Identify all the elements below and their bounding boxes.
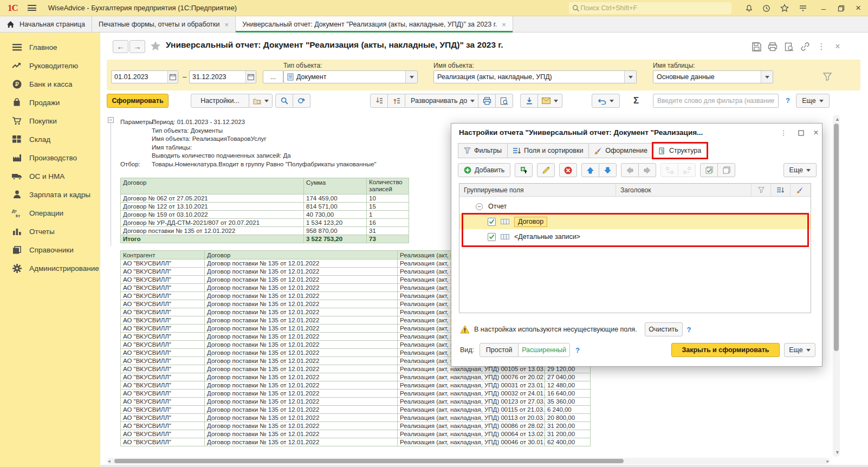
expand-groups-icon[interactable] — [387, 94, 405, 108]
sidebar-item-operations[interactable]: ДтКт Операции — [0, 204, 100, 222]
sidebar-item-bank[interactable]: Р Банк и касса — [0, 75, 100, 93]
service-menu-icon[interactable] — [796, 2, 809, 15]
tree-root-row[interactable]: − Отчет — [459, 199, 811, 214]
print-icon[interactable] — [766, 40, 780, 53]
checkbox-checked-icon[interactable] — [488, 233, 496, 241]
table-row[interactable]: Договор поставки № 135 от 12.01.2022 958… — [121, 227, 409, 235]
vertical-scrollbar[interactable]: ▲ ▼ — [833, 115, 840, 457]
date-to-field[interactable] — [189, 70, 256, 83]
sidebar-item-sales[interactable]: Продажи — [0, 93, 100, 112]
main-menu-icon[interactable] — [28, 5, 36, 11]
add-button[interactable]: Добавить — [458, 163, 510, 177]
tab-fields-sorting[interactable]: Поля и сортировки — [507, 143, 589, 158]
group-icon[interactable] — [660, 163, 678, 177]
more-menu-icon[interactable]: ⋮ — [814, 40, 828, 53]
more-button[interactable]: Еще — [796, 94, 830, 108]
tree-row-detail-records[interactable]: <Детальные записи> — [459, 229, 811, 244]
table-row[interactable]: Договор № 159 от 03.10.2022 40 730,00 1 — [121, 211, 409, 219]
horizontal-scrollbar[interactable]: ◂ ▸ — [107, 458, 830, 464]
move-right-icon[interactable] — [638, 163, 656, 177]
send-email-icon[interactable] — [537, 94, 562, 108]
collapse-group-icon[interactable]: − — [108, 117, 114, 123]
calendar-icon[interactable] — [245, 71, 256, 83]
table-row[interactable]: АО "ВКУСВИЛЛ" Договор поставки № 135 от … — [121, 414, 591, 422]
table-row[interactable]: АО "ВКУСВИЛЛ" Договор поставки № 135 от … — [121, 390, 591, 398]
close-tab-icon[interactable]: × — [502, 21, 506, 29]
fields-column-icon[interactable] — [771, 184, 791, 196]
save-icon[interactable] — [749, 40, 763, 53]
edit-pencil-icon[interactable] — [537, 163, 555, 177]
dialog-more-button[interactable]: Еще — [784, 343, 815, 357]
dialog-close-icon[interactable]: × — [809, 127, 823, 139]
check-all-icon[interactable] — [700, 163, 718, 177]
sidebar-item-administration[interactable]: Администрирование — [0, 259, 100, 277]
print-report-icon[interactable] — [478, 94, 496, 108]
period-more-button[interactable]: ... — [263, 70, 283, 83]
move-left-icon[interactable] — [621, 163, 639, 177]
expand-to-button[interactable]: Разворачивать до — [405, 94, 481, 108]
table-row[interactable]: АО "ВКУСВИЛЛ" Договор поставки № 135 от … — [121, 438, 591, 446]
dialog-maximize-icon[interactable] — [794, 127, 808, 139]
tree-item-label[interactable]: Договор — [514, 217, 547, 227]
quick-filter-field[interactable] — [653, 94, 779, 108]
back-button[interactable]: ← — [113, 40, 128, 53]
tab-structure[interactable]: Структура — [653, 143, 707, 158]
table-row[interactable]: Договор № 122 от 13.10.2021 814 571,00 1… — [121, 203, 409, 211]
collapse-groups-icon[interactable] — [370, 94, 388, 108]
forward-button[interactable]: → — [129, 40, 145, 53]
search-in-report-icon[interactable] — [275, 94, 293, 108]
chevron-down-icon[interactable] — [624, 71, 636, 83]
tab-appearance[interactable]: Оформление — [588, 143, 653, 158]
table-row[interactable]: АО "ВКУСВИЛЛ" Договор поставки № 135 от … — [121, 422, 591, 430]
sidebar-item-reports[interactable]: Отчеты — [0, 222, 100, 241]
grouping-fields-header[interactable]: Группируемые поля — [459, 184, 616, 196]
table-row[interactable]: Договор № 062 от 27.05.2021 174 459,00 1… — [121, 194, 409, 203]
ungroup-icon[interactable] — [678, 163, 696, 177]
chevron-down-icon[interactable] — [761, 71, 773, 83]
collapse-node-icon[interactable]: − — [476, 203, 483, 210]
calendar-icon[interactable] — [167, 71, 178, 83]
tab-print-forms[interactable]: Печатные формы, отчеты и обработки × — [92, 16, 236, 33]
reset-search-icon[interactable] — [293, 94, 310, 108]
sidebar-item-directories[interactable]: Справочники — [0, 241, 100, 259]
move-down-icon[interactable] — [599, 163, 617, 177]
global-search[interactable] — [569, 2, 731, 14]
chevron-down-icon[interactable] — [405, 71, 417, 83]
add-nested-icon[interactable] — [515, 163, 533, 177]
sidebar-item-main[interactable]: Главное — [0, 38, 100, 56]
view-simple-button[interactable]: Простой — [480, 343, 519, 357]
history-icon[interactable] — [760, 2, 773, 15]
settings-button[interactable]: Настройки... — [191, 94, 249, 108]
structure-more-button[interactable]: Еще — [783, 163, 817, 177]
sidebar-item-production[interactable]: Производство — [0, 148, 100, 167]
checkbox-checked-icon[interactable] — [488, 218, 496, 226]
table-row[interactable]: АО "ВКУСВИЛЛ" Договор поставки № 135 от … — [121, 398, 591, 406]
close-tab-icon[interactable]: × — [225, 21, 229, 29]
report-variants-icon[interactable] — [249, 94, 273, 108]
tab-filters[interactable]: Фильтры — [458, 143, 508, 158]
tab-universal-report[interactable]: Универсальный отчет: Документ "Реализаци… — [236, 16, 513, 33]
close-window-icon[interactable]: × — [852, 2, 865, 15]
undo-changes-icon[interactable] — [592, 94, 620, 108]
notifications-bell-icon[interactable] — [742, 2, 755, 15]
table-row[interactable]: АО "ВКУСВИЛЛ" Договор поставки № 135 от … — [121, 381, 591, 390]
sidebar-item-manager[interactable]: Руководителю — [0, 56, 100, 75]
sidebar-item-warehouse[interactable]: Склад — [0, 130, 100, 148]
favorite-star-icon[interactable] — [150, 40, 161, 54]
title-header[interactable]: Заголовок — [616, 184, 752, 196]
save-report-icon[interactable] — [520, 94, 538, 108]
generate-button[interactable]: Сформировать — [107, 94, 169, 108]
sidebar-item-purchases[interactable]: Покупки — [0, 112, 100, 130]
clear-button[interactable]: Очистить — [645, 322, 683, 336]
vertical-scrollbar-thumb[interactable] — [834, 124, 839, 351]
move-up-icon[interactable] — [581, 163, 599, 177]
close-report-icon[interactable]: × — [831, 40, 845, 53]
table-row[interactable]: АО "ВКУСВИЛЛ" Договор поставки № 135 от … — [121, 406, 591, 414]
horizontal-scrollbar-thumb[interactable] — [114, 459, 624, 463]
funnel-column-icon[interactable] — [752, 184, 771, 196]
tab-home[interactable]: Начальная страница — [0, 16, 92, 33]
minimize-icon[interactable]: – — [817, 2, 830, 15]
help-icon[interactable]: ? — [687, 326, 691, 334]
favorites-star-icon[interactable] — [778, 2, 791, 15]
dialog-menu-icon[interactable]: ⋮ — [776, 127, 791, 139]
